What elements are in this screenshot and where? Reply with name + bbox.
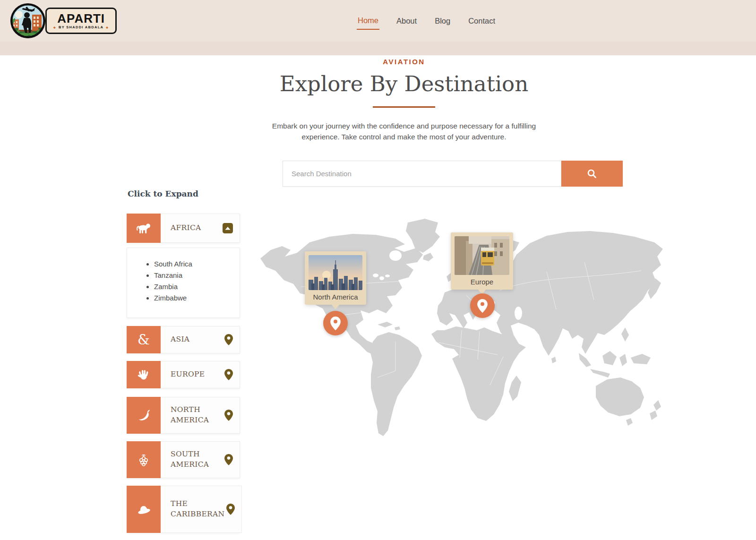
main-nav: Home About Blog Contact (357, 0, 496, 42)
brand-name-box[interactable]: APARTI ◆ BY SHADDI ABDALA ◆ (45, 8, 117, 34)
map-marker-north-america[interactable] (323, 311, 348, 335)
new-york-skyline-photo (309, 255, 362, 290)
accordion-label: ASIA (171, 334, 223, 345)
section-eyebrow: AVIATION (120, 58, 687, 66)
list-item[interactable]: Zambia (154, 283, 240, 291)
collapse-arrow-icon[interactable] (223, 223, 233, 233)
search-input[interactable] (283, 161, 561, 187)
map-pin-icon (477, 299, 488, 313)
brand-logo-badge[interactable] (9, 2, 46, 39)
accordion-item-the-caribberan[interactable]: THE CARIBBERAN (127, 486, 240, 533)
caribbean-icon-cell (127, 486, 161, 533)
location-pin-icon (224, 410, 233, 421)
accordion-item-south-america[interactable]: SOUTH AMERICA (127, 441, 240, 478)
nav-item-contact[interactable]: Contact (467, 13, 496, 29)
destination-card-europe[interactable]: Europe (451, 232, 513, 290)
title-divider (373, 106, 435, 108)
location-pin-icon (224, 369, 233, 380)
search-button[interactable] (561, 161, 623, 187)
north-america-icon-cell (127, 397, 161, 434)
map-marker-europe[interactable] (470, 293, 495, 318)
section-subtitle: Embark on your journey with the confiden… (266, 120, 542, 142)
logo-illustration-icon (9, 2, 46, 39)
europe-icon-cell (127, 361, 161, 388)
africa-sublist-panel: South Africa Tanzania Zambia Zimbabwe (127, 248, 240, 318)
map-pin-icon (330, 317, 341, 330)
brand-name: APARTI (57, 12, 105, 25)
destination-card-north-america[interactable]: North America (305, 251, 366, 305)
accordion-item-africa[interactable]: AFRICA (127, 214, 240, 243)
nav-item-blog[interactable]: Blog (434, 13, 451, 29)
page: APARTI ◆ BY SHADDI ABDALA ◆ Home About B… (0, 0, 756, 540)
accordion-label: AFRICA (171, 223, 221, 233)
nav-item-about[interactable]: About (395, 13, 418, 29)
caribbean-row-body: THE CARIBBERAN (161, 486, 242, 533)
location-pin-icon (226, 504, 235, 515)
ampersand-icon: & (137, 333, 150, 347)
chili-icon (137, 409, 150, 422)
accordion-item-asia[interactable]: & ASIA (127, 326, 240, 353)
page-title: Explore By Destination (120, 71, 687, 96)
asia-icon-cell: & (127, 326, 161, 353)
list-item[interactable]: Tanzania (154, 271, 240, 279)
accordion-item-north-america[interactable]: NORTH AMERICA (127, 397, 240, 434)
list-item[interactable]: Zimbabwe (154, 294, 240, 302)
north-america-row-body: NORTH AMERICA (161, 397, 240, 434)
accordion-label: SOUTH AMERICA (171, 449, 223, 470)
destination-search (283, 161, 623, 187)
diamond-icon: ◆ (106, 26, 109, 29)
brand-tagline: BY SHADDI ABDALA (59, 25, 103, 29)
accordion-label: THE CARIBBERAN (171, 499, 224, 519)
asia-row-body: ASIA (161, 326, 240, 353)
list-item[interactable]: South Africa (154, 260, 240, 268)
location-pin-icon (224, 334, 233, 345)
card-caption: North America (309, 292, 362, 302)
hat-icon (136, 504, 151, 514)
location-pin-icon (224, 454, 233, 465)
sidebar-heading: Click to Expand (128, 189, 198, 198)
raspberry-icon (137, 453, 150, 466)
tram-street-photo (455, 236, 509, 275)
nav-item-home[interactable]: Home (357, 12, 379, 30)
africa-icon-cell (127, 214, 161, 243)
hand-icon (137, 369, 150, 381)
accordion-label: EUROPE (171, 369, 223, 380)
south-america-icon-cell (127, 441, 161, 478)
africa-row-body: AFRICA (161, 214, 240, 243)
lion-icon (136, 222, 151, 234)
destination-accordion: AFRICA South Africa Tanzania Zambia Zimb… (127, 214, 240, 533)
header-substrip (0, 42, 756, 55)
card-caption: Europe (455, 277, 509, 287)
diamond-icon: ◆ (53, 26, 56, 29)
africa-country-list: South Africa Tanzania Zambia Zimbabwe (127, 248, 240, 302)
search-icon (587, 169, 597, 179)
accordion-item-europe[interactable]: EUROPE (127, 361, 240, 388)
south-america-row-body: SOUTH AMERICA (161, 441, 240, 478)
brand-tagline-row: ◆ BY SHADDI ABDALA ◆ (53, 25, 109, 29)
europe-row-body: EUROPE (161, 361, 240, 388)
accordion-label: NORTH AMERICA (171, 405, 223, 425)
hero-section: AVIATION Explore By Destination Embark o… (120, 58, 687, 142)
